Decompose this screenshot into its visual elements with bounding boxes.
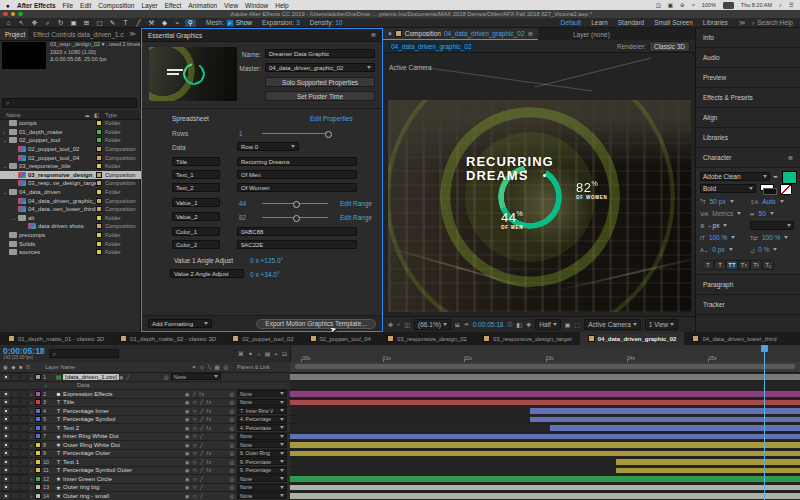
layer-switches[interactable]: ◉ ◇ ╱ fx xyxy=(185,459,227,465)
panel-overflow-icon[interactable]: ≫ xyxy=(124,28,140,40)
tool-icon[interactable]: ✎ xyxy=(107,19,118,27)
mesh-show-checkbox[interactable]: ✓ xyxy=(226,19,234,27)
project-tree-row[interactable]: 02_puppet_tool_02 Composition xyxy=(0,145,141,154)
set-poster-time-button[interactable]: Set Poster Time xyxy=(265,91,375,101)
composition-viewport[interactable]: RECURRING DREAMS 44% OF MEN 82% OF WOMEN xyxy=(388,100,691,312)
layer-track[interactable] xyxy=(290,484,800,492)
parent-link-dropdown[interactable]: None xyxy=(171,373,221,380)
layer-name[interactable]: Outer ring - small xyxy=(63,493,185,499)
data-row-dropdown[interactable]: Row 0 xyxy=(237,142,299,151)
font-size-control[interactable]: ᵀT 50 px xyxy=(700,198,734,205)
label-color-swatch[interactable] xyxy=(96,180,102,186)
layer-label-swatch[interactable] xyxy=(35,493,41,499)
layer-name[interactable]: Outer Ring White Dot xyxy=(63,442,185,448)
channels-icon[interactable]: ❖ xyxy=(526,321,531,328)
layer-duration-bar[interactable] xyxy=(290,374,800,380)
layer-name[interactable]: Percentage Symbol Outer xyxy=(63,467,185,473)
tool-icon[interactable]: ╱ xyxy=(133,19,144,27)
display-icon[interactable]: ▣ xyxy=(668,2,673,8)
item-name[interactable]: 03_resp..ve_design_target xyxy=(28,180,96,186)
layer-duration-bar[interactable] xyxy=(290,383,800,389)
tool-icon[interactable]: ✥ xyxy=(29,19,40,27)
layer-track[interactable] xyxy=(290,433,800,441)
layer-track[interactable] xyxy=(290,467,800,475)
label-color-swatch[interactable] xyxy=(96,249,102,255)
layer-name[interactable]: Percentage Symbol xyxy=(63,416,185,422)
value-slider[interactable] xyxy=(262,199,328,207)
layer-label-swatch[interactable] xyxy=(35,467,41,473)
notification-center-icon[interactable]: ☰ xyxy=(789,2,794,8)
workspace-overflow-icon[interactable]: ≫ xyxy=(739,19,746,27)
label-color-swatch[interactable] xyxy=(96,189,102,195)
twirl-icon[interactable]: › xyxy=(28,425,35,431)
tab-effect-controls[interactable]: Effect Controls data_driven_1.csv xyxy=(28,28,124,40)
layer-label-swatch[interactable] xyxy=(35,391,41,397)
master-comp-dropdown[interactable]: 04_data_driven_graphic_02 xyxy=(265,63,375,72)
field-name-box[interactable]: Color_1 xyxy=(172,227,220,236)
spotlight-icon[interactable]: ⌕ xyxy=(779,2,782,9)
label-color-swatch[interactable] xyxy=(96,215,102,221)
tracking-control[interactable]: ⇹ 50 xyxy=(750,210,774,217)
layer-track[interactable] xyxy=(290,382,800,390)
type-style-toggle[interactable]: T¹ xyxy=(750,260,762,270)
parent-link-dropdown[interactable]: 9. Percentage xyxy=(237,458,287,465)
layer-switches[interactable]: ◉ ◇ ╱ fx xyxy=(185,416,227,422)
solo-supported-properties-button[interactable]: Solo Supported Properties xyxy=(265,77,375,87)
layer-label-swatch[interactable] xyxy=(35,476,41,482)
current-timecode[interactable]: 0:00:05:18 xyxy=(3,347,45,355)
font-style-dropdown[interactable]: Bold xyxy=(700,184,756,193)
field-value-input[interactable]: Recurring Dreams xyxy=(237,157,357,166)
playhead-handle[interactable] xyxy=(761,345,768,352)
layer-switches[interactable]: ◉ ◇ ╱ fx xyxy=(185,425,227,431)
parent-link-dropdown[interactable]: None xyxy=(237,484,287,491)
menu-help[interactable]: Help xyxy=(275,2,288,9)
layer-duration-bar[interactable] xyxy=(530,408,800,414)
font-family-dropdown[interactable]: Adobe Clean xyxy=(700,172,770,181)
layer-switches[interactable]: ◉ ◇ ╱ fx xyxy=(185,450,227,456)
layer-duration-bar[interactable] xyxy=(290,476,800,482)
av-toggles[interactable] xyxy=(0,466,28,474)
dock-panel-header[interactable]: Audio xyxy=(696,48,800,68)
layer-track[interactable] xyxy=(290,373,800,381)
angle2-label-box[interactable]: Value 2 Angle Adjust xyxy=(170,269,244,278)
graph-editor-icon[interactable]: ⊡ xyxy=(282,350,287,357)
paragraph-panel-header[interactable]: Paragraph xyxy=(696,275,800,295)
timeline-layer-row[interactable]: › 14 ★ Outer ring - small ◉ ◇ ╱ ◎ None xyxy=(0,492,800,500)
value-number[interactable]: 44 xyxy=(239,200,246,207)
timeline-layer-row[interactable]: › 11 T Percentage Symbol Outer ◉ ◇ ╱ fx … xyxy=(0,467,800,476)
tab-project[interactable]: Project xyxy=(0,28,28,40)
layer-track[interactable] xyxy=(290,424,800,432)
timeline-tab[interactable]: 04_data_driven_lower_third xyxy=(684,332,784,345)
timeline-layer-row[interactable]: › 9 T Percentage Outer ◉ ◇ ╱ fx ◎ 8. Out… xyxy=(0,450,800,459)
label-color-swatch[interactable] xyxy=(96,241,102,247)
parent-pickwhip-icon[interactable]: ◎ xyxy=(227,416,237,422)
tab-layer[interactable]: Layer (none) xyxy=(568,28,615,40)
tool-icon[interactable]: ⌂ xyxy=(3,19,14,27)
edit-properties-link[interactable]: Edit Properties xyxy=(310,115,353,122)
timeline-layer-row[interactable]: ⌄ 1 ▤ [data_driven_1.csv] ◉ ╱ ◎ None xyxy=(0,373,800,382)
layer-track[interactable] xyxy=(290,492,800,500)
field-name-box[interactable]: Text_1 xyxy=(172,170,220,179)
zoom-level-dropdown[interactable]: (66.1%) xyxy=(414,319,451,330)
layer-switches[interactable]: ◉ ◇ ╱ xyxy=(185,493,227,499)
menu-composition[interactable]: Composition xyxy=(98,2,134,9)
field-name-box[interactable]: Value_1 xyxy=(172,198,220,207)
leading-control[interactable]: ⇕A Auto xyxy=(750,198,784,205)
viewer-tool-icon[interactable]: ⌕ xyxy=(397,321,400,328)
rows-slider[interactable] xyxy=(262,129,328,137)
layer-duration-bar[interactable] xyxy=(290,485,800,491)
twirl-icon[interactable]: › xyxy=(42,382,49,388)
timeline-tab[interactable]: 01_depth_matte_02 - classic 3D xyxy=(112,332,224,345)
twirl-icon[interactable]: › xyxy=(28,408,35,414)
layer-switches[interactable]: ◉ ◇ ╱ fx xyxy=(185,467,227,473)
twirl-icon[interactable]: › xyxy=(28,484,35,490)
twirl-icon[interactable]: › xyxy=(28,467,35,473)
twirl-icon[interactable]: › xyxy=(28,391,35,397)
tsume-control[interactable]: ◿ 0 % xyxy=(750,246,777,253)
av-toggles[interactable] xyxy=(0,441,28,449)
label-color-swatch[interactable] xyxy=(96,172,102,178)
viewer-timecode[interactable]: 0:00:05:18 xyxy=(473,321,504,328)
layer-track[interactable] xyxy=(290,441,800,449)
field-name-box[interactable]: Title xyxy=(172,157,220,166)
layer-name[interactable]: Text 2 xyxy=(63,425,185,431)
